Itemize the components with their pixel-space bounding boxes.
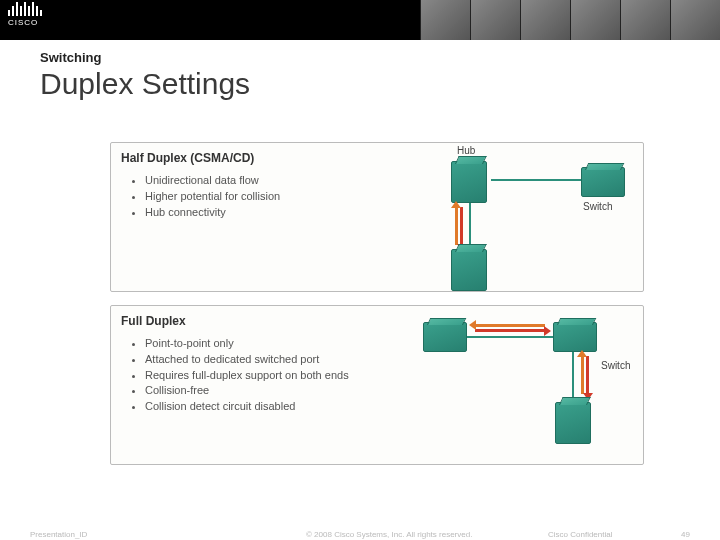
- label-hub: Hub: [457, 145, 475, 156]
- list-item: Collision-free: [145, 383, 375, 399]
- bidirectional-arrow-icon: [475, 324, 545, 332]
- list-item: Collision detect circuit disabled: [145, 399, 375, 415]
- top-bar: CISCO: [0, 0, 720, 40]
- header-photo-strip: [420, 0, 720, 40]
- panel-half-duplex: Half Duplex (CSMA/CD) Unidirectional dat…: [110, 142, 644, 292]
- bidirectional-arrow-icon: [455, 207, 463, 245]
- page-number: 49: [681, 530, 690, 539]
- title-block: Switching Duplex Settings: [40, 50, 250, 101]
- cisco-logo: CISCO: [8, 2, 42, 27]
- label-switch: Switch: [601, 360, 630, 371]
- slide: CISCO Switching Duplex Settings Half Dup…: [0, 0, 720, 540]
- device-switch: [581, 167, 625, 197]
- cisco-logo-icon: [8, 2, 42, 16]
- list-item: Point-to-point only: [145, 336, 375, 352]
- label-switch: Switch: [583, 201, 612, 212]
- page-title: Duplex Settings: [40, 67, 250, 101]
- device-switch: [553, 322, 597, 352]
- list-item: Attached to dedicated switched port: [145, 352, 375, 368]
- device-pc: [451, 249, 487, 291]
- half-duplex-diagram: Hub Switch: [383, 143, 643, 291]
- device-pc: [555, 402, 591, 444]
- footer-right: Cisco Confidential: [548, 530, 612, 539]
- bidirectional-arrow-icon: [581, 356, 589, 394]
- connector-line: [467, 336, 553, 338]
- footer-left: Presentation_ID: [30, 530, 87, 539]
- connector-line: [491, 179, 581, 181]
- list-item: Requires full-duplex support on both end…: [145, 368, 375, 384]
- full-duplex-diagram: Switch: [383, 306, 643, 464]
- device-hub: [451, 161, 487, 203]
- connector-line: [572, 352, 574, 400]
- panel-full-duplex: Full Duplex Point-to-point only Attached…: [110, 305, 644, 465]
- title-kicker: Switching: [40, 50, 250, 65]
- cisco-logo-text: CISCO: [8, 18, 42, 27]
- list-item: Higher potential for collision: [145, 189, 375, 205]
- connector-line: [469, 203, 471, 249]
- list-item: Unidirectional data flow: [145, 173, 375, 189]
- list-item: Hub connectivity: [145, 205, 375, 221]
- device-switch: [423, 322, 467, 352]
- footer-center: © 2008 Cisco Systems, Inc. All rights re…: [306, 530, 472, 539]
